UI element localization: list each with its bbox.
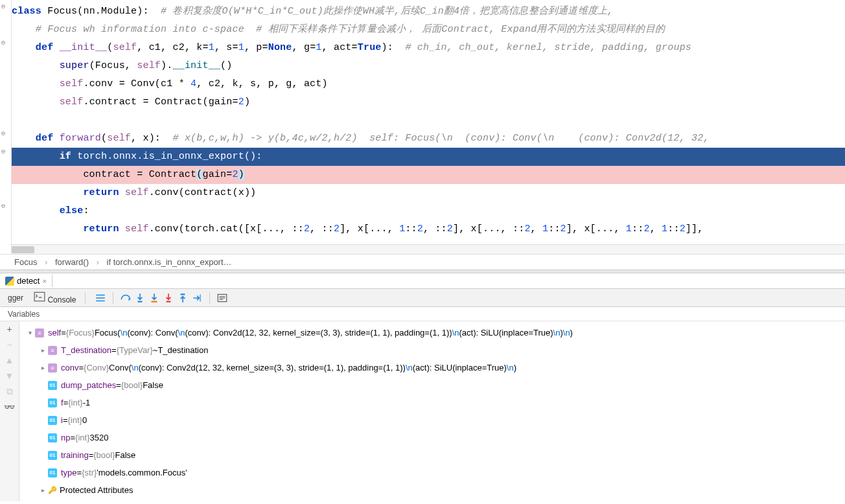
code-line[interactable]: contract = Contract(gain=2) (12, 166, 845, 184)
field-badge-icon: ≡ (48, 363, 57, 372)
var-t-destination[interactable]: ▸ ≡ T_destination = {TypeVar} ~T_destina… (19, 341, 845, 359)
primitive-badge-icon: 01 (48, 381, 57, 390)
step-over-icon[interactable] (120, 292, 132, 304)
primitive-badge-icon: 01 (48, 433, 57, 442)
debugger-tab[interactable]: gger (3, 291, 29, 305)
code-content[interactable]: class Focus(nn.Module): # 卷积复杂度O(W*H*C_i… (12, 0, 845, 238)
debug-tool-window: detect × gger Console Variables (0, 273, 845, 501)
code-line[interactable]: if torch.onnx.is_in_onnx_export(): (12, 148, 845, 166)
console-tab[interactable]: Console (29, 288, 81, 307)
fold-marker[interactable]: ⊖ (1, 39, 9, 47)
var-label: Protected Attributes (60, 481, 133, 499)
var-value: -1 (83, 394, 91, 411)
run-tab-label: detect (17, 276, 40, 286)
var-type: {str} (82, 464, 97, 481)
var-name: self (48, 324, 61, 341)
svg-rect-2 (152, 301, 157, 302)
collapse-arrow-icon[interactable]: ▾ (25, 324, 35, 341)
remove-watch-button[interactable]: − (4, 339, 16, 351)
code-line[interactable]: self.contract = Contract(gain=2) (12, 93, 845, 111)
glasses-icon[interactable]: 👓 (4, 402, 16, 413)
run-to-cursor-icon[interactable] (191, 292, 203, 304)
expand-arrow-icon[interactable]: ▸ (38, 341, 48, 359)
breadcrumb-item[interactable]: Focus (12, 257, 40, 267)
var-type: {Conv} (84, 359, 109, 376)
svg-rect-1 (138, 301, 143, 302)
svg-rect-4 (181, 293, 185, 295)
fold-marker[interactable]: ⊖ (1, 130, 9, 137)
var-type: {bool} (93, 446, 115, 464)
var-name: dump_patches (61, 376, 116, 394)
toolbar-separator (113, 292, 113, 304)
var-value: Focus( (95, 324, 121, 341)
code-editor[interactable]: ⊖ ⊖ ⊖ ⊖ ⊖ class Focus(nn.Module): # 卷积复杂… (0, 0, 845, 254)
code-line[interactable]: class Focus(nn.Module): # 卷积复杂度O(W*H*C_i… (12, 3, 845, 21)
close-icon[interactable]: × (42, 277, 46, 285)
var-self[interactable]: ▾ ≡ self = {Focus} Focus(\n (conv): Conv… (19, 324, 845, 341)
down-button[interactable]: ▼ (4, 371, 16, 382)
variables-header: Variables (0, 307, 845, 321)
toolbar-separator (85, 292, 86, 304)
variables-sidebar: + − ▲ ▼ ⧉ 👓 (0, 321, 19, 501)
var-training[interactable]: 01 training = {bool} False (19, 446, 845, 464)
primitive-badge-icon: 01 (48, 398, 57, 407)
fold-marker[interactable]: ⊖ (1, 3, 9, 10)
var-value: Conv( (109, 359, 132, 376)
fold-marker[interactable]: ⊖ (1, 202, 9, 210)
var-type: {bool} (121, 376, 143, 394)
expand-arrow-icon[interactable]: ▸ (38, 359, 48, 376)
code-line[interactable]: self.conv = Conv(c1 * 4, c2, k, s, p, g,… (12, 75, 845, 93)
var-value: False (115, 446, 136, 464)
code-line[interactable]: def forward(self, x): # x(b,c,w,h) -> y(… (12, 130, 845, 148)
field-badge-icon: ≡ (35, 328, 44, 338)
show-execution-point-icon[interactable] (95, 292, 106, 304)
variables-tree[interactable]: ▾ ≡ self = {Focus} Focus(\n (conv): Conv… (19, 321, 845, 501)
evaluate-expression-icon[interactable] (216, 292, 228, 304)
horizontal-scrollbar[interactable] (12, 244, 845, 254)
code-line[interactable]: # Focus wh information into c-space # 相同… (12, 21, 845, 39)
var-np[interactable]: 01 np = {int} 3520 (19, 429, 845, 446)
var-dump-patches[interactable]: 01 dump_patches = {bool} False (19, 376, 845, 394)
code-line[interactable]: else: (12, 202, 845, 220)
expand-arrow-icon[interactable]: ▸ (38, 481, 48, 499)
editor-gutter: ⊖ ⊖ ⊖ ⊖ ⊖ (0, 0, 12, 254)
force-step-into-icon[interactable] (163, 292, 174, 304)
step-into-my-code-icon[interactable] (148, 292, 160, 304)
primitive-badge-icon: 01 (48, 416, 57, 425)
var-value: ~T_destination (153, 341, 209, 359)
fold-marker[interactable]: ⊖ (1, 148, 9, 155)
primitive-badge-icon: 01 (48, 468, 57, 477)
code-line[interactable]: return self.conv(torch.cat([x[..., ::2, … (12, 220, 845, 238)
var-i[interactable]: 01 i = {int} 0 (19, 411, 845, 429)
var-value: False (143, 376, 163, 394)
field-badge-icon: ≡ (48, 346, 57, 355)
code-line[interactable] (12, 111, 845, 130)
var-name: type (61, 464, 77, 481)
debugger-toolbar: gger Console (0, 289, 845, 307)
var-name: training (61, 446, 89, 464)
up-button[interactable]: ▲ (4, 355, 16, 367)
run-tab-detect[interactable]: detect × (0, 275, 52, 287)
breadcrumb-separator: › (94, 257, 102, 267)
breadcrumb-separator: › (42, 257, 50, 267)
var-protected-attributes[interactable]: ▸ 🔑 Protected Attributes (19, 481, 845, 499)
var-name: np (61, 429, 70, 446)
var-type: {int} (67, 411, 82, 429)
svg-rect-0 (34, 292, 45, 301)
copy-button[interactable]: ⧉ (4, 386, 16, 398)
breadcrumb-item[interactable]: forward() (52, 257, 91, 267)
var-type[interactable]: 01 type = {str} 'models.common.Focus' (19, 464, 845, 481)
code-line[interactable]: def __init__(self, c1, c2, k=1, s=1, p=N… (12, 39, 845, 57)
breadcrumb-item[interactable]: if torch.onnx.is_in_onnx_export… (104, 257, 235, 267)
scrollbar-thumb[interactable] (12, 246, 34, 253)
toolbar-separator (209, 292, 210, 304)
var-value: 'models.common.Focus' (97, 464, 187, 481)
var-f[interactable]: 01 f = {int} -1 (19, 394, 845, 411)
code-line[interactable]: return self.conv(contract(x)) (12, 184, 845, 202)
step-out-icon[interactable] (177, 292, 189, 304)
var-conv[interactable]: ▸ ≡ conv = {Conv} Conv(\n (conv): Conv2d… (19, 359, 845, 376)
code-line[interactable]: super(Focus, self).__init__() (12, 57, 845, 75)
add-watch-button[interactable]: + (4, 324, 16, 336)
step-into-icon[interactable] (134, 292, 146, 304)
var-value: 0 (82, 411, 87, 429)
